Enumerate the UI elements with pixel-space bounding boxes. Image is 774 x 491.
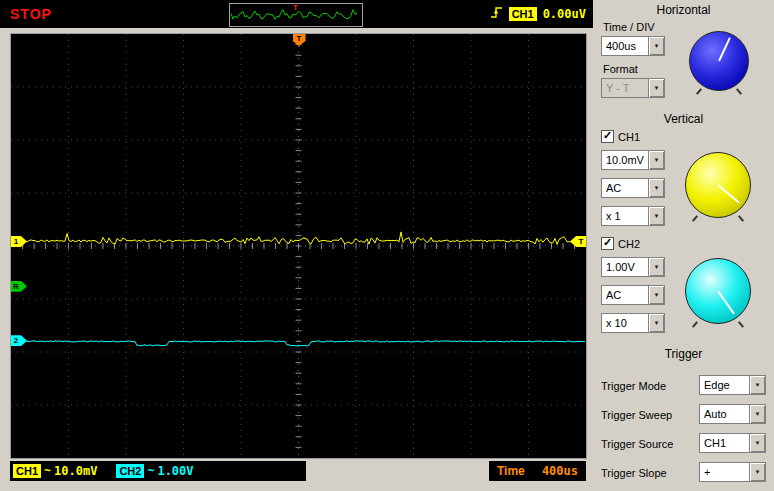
trigger-slope-select[interactable]: + ▼	[699, 462, 766, 482]
knob-max-tick	[736, 88, 742, 95]
channel-readout-bar: CH1 ~ 10.0mV CH2 ~ 1.00V	[10, 461, 306, 481]
ch2-coupling-icon: ~	[147, 464, 154, 478]
section-title-vertical: Vertical	[593, 112, 774, 126]
chevron-down-icon: ▼	[648, 314, 664, 332]
ch1-scale-readout: 10.0mV	[54, 464, 97, 478]
trigger-slope-label: Trigger Slope	[601, 467, 667, 479]
knob-pointer	[718, 37, 731, 61]
ch1-knob[interactable]	[685, 152, 751, 218]
timebase-readout-bar: Time 400us	[489, 461, 586, 481]
chevron-down-icon: ▼	[648, 207, 664, 225]
ch1-coupling-select[interactable]: AC ▼	[601, 178, 665, 198]
chevron-down-icon: ▼	[648, 151, 664, 169]
chevron-down-icon: ▼	[648, 258, 664, 276]
chevron-down-icon: ▼	[749, 405, 765, 423]
knob-max-tick	[738, 215, 744, 222]
ch2-scale-readout: 1.00V	[157, 464, 193, 478]
time-div-label: Time / DIV	[603, 21, 655, 33]
top-bar: STOP T CH1 0.00uV	[0, 0, 593, 28]
chevron-down-icon: ▼	[648, 79, 664, 97]
ch1-probe-select[interactable]: x 1 ▼	[601, 206, 665, 226]
ch2-enable-checkbox[interactable]: CH2	[601, 237, 640, 250]
knob-min-tick	[692, 321, 698, 328]
waveform-preview[interactable]: T	[229, 3, 363, 27]
chevron-down-icon: ▼	[648, 286, 664, 304]
preview-trigger-marker: T	[293, 3, 298, 12]
ch1-enable-checkbox[interactable]: CH1	[601, 130, 640, 143]
section-title-horizontal: Horizontal	[593, 3, 774, 17]
trigger-mode-select[interactable]: Edge ▼	[699, 375, 766, 395]
horizontal-knob[interactable]	[689, 31, 749, 91]
chevron-down-icon: ▼	[648, 37, 664, 55]
trigger-source-badge: CH1	[509, 7, 537, 21]
chevron-down-icon: ▼	[648, 179, 664, 197]
trigger-sweep-select[interactable]: Auto ▼	[699, 404, 766, 424]
knob-max-tick	[738, 321, 744, 328]
acquisition-status: STOP	[10, 0, 52, 28]
knob-min-tick	[696, 88, 702, 95]
display-area: STOP T CH1 0.00uV	[0, 0, 593, 491]
section-title-trigger: Trigger	[593, 347, 774, 361]
trigger-edge-icon	[490, 5, 503, 24]
ch2-probe-select[interactable]: x 10 ▼	[601, 313, 665, 333]
time-div-select[interactable]: 400us ▼	[601, 36, 665, 56]
format-select: Y - T ▼	[601, 78, 665, 98]
knob-pointer	[717, 184, 740, 204]
trigger-level-readout: 0.00uV	[543, 7, 586, 21]
scope-display: T 1 R 2 T	[10, 33, 587, 459]
timebase-readout: 400us	[542, 464, 578, 478]
ch1-coupling-icon: ~	[44, 464, 51, 478]
knob-min-tick	[692, 215, 698, 222]
trigger-source-label: Trigger Source	[601, 438, 673, 450]
scope-graticule	[11, 34, 586, 458]
trigger-source-select[interactable]: CH1 ▼	[699, 433, 766, 453]
chevron-down-icon: ▼	[749, 434, 765, 452]
ch1-scale-select[interactable]: 10.0mV ▼	[601, 150, 665, 170]
ch2-checkbox-input[interactable]	[601, 237, 614, 250]
ch2-knob[interactable]	[685, 258, 751, 324]
ch2-scale-select[interactable]: 1.00V ▼	[601, 257, 665, 277]
trigger-readout-group: CH1 0.00uV	[490, 0, 586, 28]
chevron-down-icon: ▼	[749, 463, 765, 481]
ch1-badge: CH1	[13, 464, 41, 478]
ch2-coupling-select[interactable]: AC ▼	[601, 285, 665, 305]
format-label: Format	[603, 63, 638, 75]
time-label: Time	[497, 464, 525, 478]
control-panel: Horizontal Time / DIV 400us ▼ Format Y -…	[593, 0, 774, 491]
ch2-badge: CH2	[116, 464, 144, 478]
trigger-mode-label: Trigger Mode	[601, 380, 666, 392]
chevron-down-icon: ▼	[749, 376, 765, 394]
trigger-sweep-label: Trigger Sweep	[601, 409, 672, 421]
ch1-checkbox-input[interactable]	[601, 130, 614, 143]
knob-pointer	[717, 290, 735, 314]
oscilloscope-app: STOP T CH1 0.00uV	[0, 0, 774, 491]
